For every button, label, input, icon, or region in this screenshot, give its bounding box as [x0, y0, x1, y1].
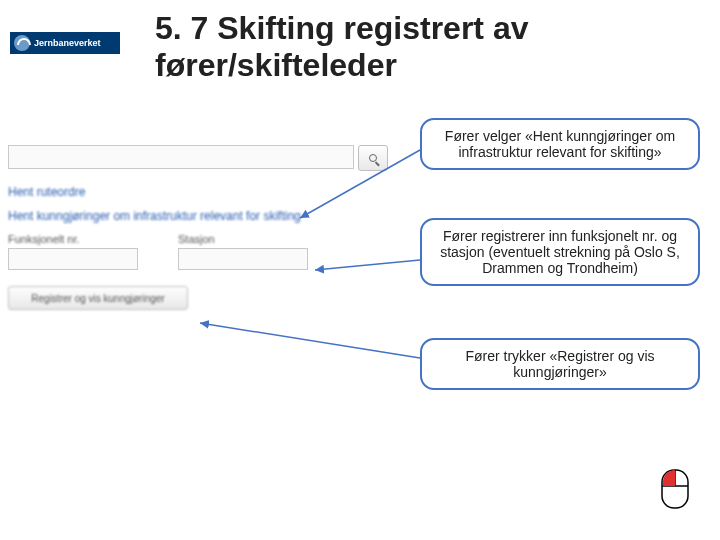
logo-mark-icon: [14, 35, 30, 51]
register-button[interactable]: Registrer og vis kunngjøringer: [8, 286, 188, 310]
svg-line-1: [315, 260, 420, 270]
field-label-stasjon: Stasjon: [178, 233, 308, 245]
arrow-icon: [195, 318, 425, 368]
callout-step-3: Fører trykker «Registrer og vis kunngjør…: [420, 338, 700, 390]
mouse-icon: [660, 468, 690, 510]
field-label-funksjonelt: Funksjonelt nr.: [8, 233, 138, 245]
callout-text: Fører velger «Hent kunngjøringer om infr…: [445, 128, 675, 160]
arrow-icon: [310, 255, 430, 275]
callout-text: Fører trykker «Registrer og vis kunngjør…: [465, 348, 654, 380]
arrow-icon: [295, 150, 435, 230]
svg-line-0: [300, 150, 420, 218]
register-button-label: Registrer og vis kunngjøringer: [31, 293, 164, 304]
callout-text: Fører registrerer inn funksjonelt nr. og…: [440, 228, 680, 276]
brand-logo: Jernbaneverket: [10, 32, 120, 54]
svg-line-2: [200, 323, 420, 358]
logo-text: Jernbaneverket: [34, 38, 101, 48]
callout-step-2: Fører registrerer inn funksjonelt nr. og…: [420, 218, 700, 286]
funksjonelt-input[interactable]: [8, 248, 138, 270]
page-title: 5. 7 Skifting registrert av fører/skifte…: [155, 10, 575, 84]
callout-step-1: Fører velger «Hent kunngjøringer om infr…: [420, 118, 700, 170]
stasjon-input[interactable]: [178, 248, 308, 270]
